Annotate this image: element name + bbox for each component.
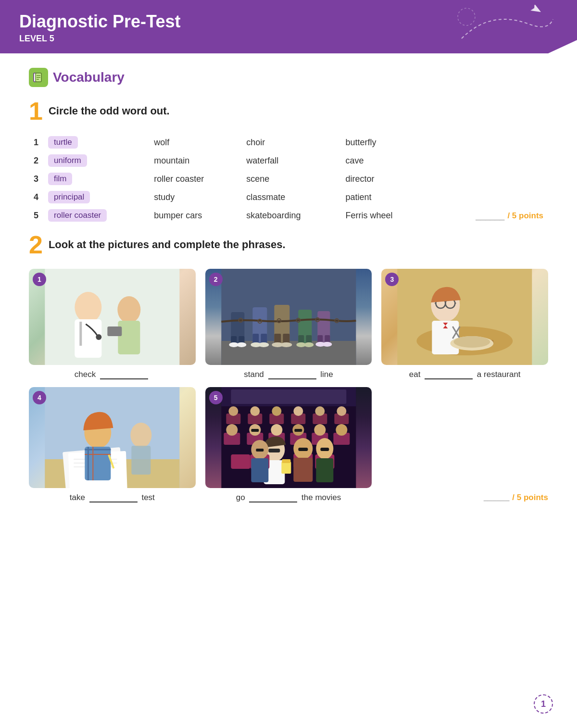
empty-cell: ______ / 5 points [381, 387, 548, 502]
images-grid-top: 1 chec [29, 269, 548, 379]
svg-point-2 [458, 8, 475, 25]
vocab-word: Ferris wheel [340, 206, 428, 225]
vocab-word: cave [340, 151, 428, 170]
svg-rect-15 [107, 326, 122, 336]
exercise2-points: / 5 points [512, 493, 548, 502]
image-item-1: 1 chec [29, 269, 196, 379]
svg-rect-14 [118, 321, 140, 354]
svg-rect-8 [45, 269, 179, 365]
exercise1-instruction: Circle the odd word out. [49, 105, 170, 117]
svg-rect-123 [298, 448, 308, 451]
svg-point-12 [96, 334, 101, 340]
vocab-word: skateboarding [241, 206, 340, 225]
images-grid-bottom: 4 [29, 387, 548, 502]
restaurant-illustration [381, 269, 548, 365]
photo-line: 2 [205, 269, 372, 365]
svg-point-91 [293, 406, 303, 416]
book-icon [32, 71, 45, 84]
blank-1 [100, 378, 148, 379]
svg-point-32 [280, 342, 292, 347]
image-badge-2: 2 [209, 273, 223, 286]
line-illustration [205, 269, 372, 365]
exercise1-points: / 5 points [507, 211, 543, 220]
vocab-word: patient [340, 188, 428, 206]
svg-point-102 [271, 424, 282, 436]
vocab-row: 3filmroller coasterscenedirector [29, 170, 548, 188]
vocab-word: wolf [149, 133, 241, 151]
svg-point-95 [337, 406, 346, 416]
exercise2-instruction: Look at the pictures and complete the ph… [49, 238, 286, 251]
main-content: Vocabulary 1 Circle the odd word out. 1t… [0, 53, 577, 527]
svg-line-56 [455, 303, 456, 303]
exercise2-header: 2 Look at the pictures and complete the … [29, 232, 548, 257]
svg-rect-118 [251, 458, 268, 482]
svg-rect-100 [251, 429, 259, 432]
caption-2: stand line [244, 370, 333, 379]
blank-2 [268, 378, 316, 379]
image-item-3: 3 [381, 269, 548, 379]
svg-rect-127 [320, 448, 329, 451]
vocab-word: mountain [149, 151, 241, 170]
svg-line-55 [435, 303, 436, 303]
doctor-illustration [29, 269, 196, 365]
blank-3 [425, 378, 473, 379]
svg-point-37 [304, 342, 314, 347]
photo-study: 4 [29, 387, 196, 488]
caption-1: check [75, 370, 150, 379]
points-blank-2: ______ [484, 493, 509, 502]
image-item-2: 2 [205, 269, 372, 379]
vocab-row: 4principalstudyclassmatepatient [29, 188, 548, 206]
svg-point-109 [336, 424, 347, 436]
svg-rect-122 [293, 458, 313, 482]
svg-point-64 [454, 336, 490, 348]
svg-point-13 [117, 296, 140, 323]
caption-4: take test [70, 493, 155, 502]
exercise1-number: 1 [29, 99, 43, 124]
svg-rect-110 [231, 454, 250, 469]
svg-point-9 [75, 292, 101, 323]
svg-rect-114 [281, 462, 291, 474]
photo-doctor: 1 [29, 269, 196, 365]
cinema-illustration [205, 387, 372, 488]
row-number: 4 [29, 188, 43, 206]
svg-rect-105 [294, 429, 302, 432]
svg-rect-126 [316, 458, 333, 482]
svg-point-93 [315, 406, 325, 416]
blank-5 [249, 502, 297, 502]
row-number: 1 [29, 133, 43, 151]
section-title: Vocabulary [53, 70, 125, 85]
vocab-word: director [340, 170, 428, 188]
caption-3: eat a restaurant [409, 370, 521, 379]
svg-rect-83 [231, 389, 346, 404]
svg-marker-0 [531, 5, 543, 15]
page-number: 1 [534, 694, 553, 714]
vocab-word: turtle [43, 133, 149, 151]
vocab-row: 1turtlewolfchoirbutterfly [29, 133, 548, 151]
svg-point-79 [130, 423, 151, 448]
row-number: 5 [29, 206, 43, 225]
svg-point-89 [272, 406, 281, 416]
exercise2-number: 2 [29, 232, 43, 257]
page-header: Diagnostic Pre-Test LEVEL 5 [0, 0, 577, 53]
svg-point-22 [237, 342, 246, 347]
svg-rect-115 [282, 459, 290, 463]
svg-rect-119 [256, 449, 263, 452]
image-item-4: 4 [29, 387, 196, 502]
photo-restaurant: 3 [381, 269, 548, 365]
svg-point-85 [228, 406, 238, 416]
svg-point-87 [250, 406, 260, 416]
image-badge-1: 1 [33, 273, 46, 286]
vocab-table: 1turtlewolfchoirbutterfly2uniformmountai… [29, 133, 548, 225]
svg-rect-113 [268, 449, 280, 452]
vocab-word: principal [43, 188, 149, 206]
caption-5: go the movies [236, 493, 341, 502]
vocab-word: roller coaster [43, 206, 149, 225]
photo-cinema: 5 [205, 387, 372, 488]
vocab-word: waterfall [241, 151, 340, 170]
exercise2-points-row: ______ / 5 points [381, 493, 548, 502]
vocab-word: classmate [241, 188, 340, 206]
vocab-row: 2uniformmountainwaterfallcave [29, 151, 548, 170]
study-illustration [29, 387, 196, 488]
exercise1-header: 1 Circle the odd word out. [29, 99, 548, 124]
vocab-word: butterfly [340, 133, 428, 151]
